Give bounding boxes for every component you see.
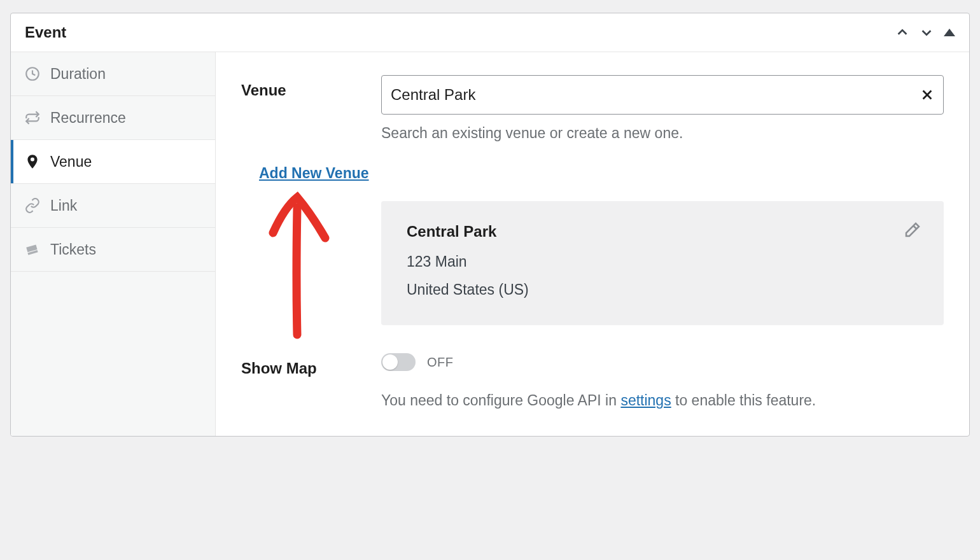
- chevron-up-icon[interactable]: [895, 25, 909, 39]
- toggle-knob: [382, 354, 398, 370]
- add-new-venue-link[interactable]: Add New Venue: [259, 165, 369, 182]
- clear-icon[interactable]: [920, 88, 934, 102]
- venue-input-wrap: [381, 75, 944, 115]
- panel-controls: [895, 25, 955, 39]
- chevron-down-icon[interactable]: [920, 25, 934, 39]
- clock-icon: [24, 65, 41, 83]
- panel-title: Event: [25, 24, 66, 41]
- panel-body: Duration Recurrence Venue Link: [11, 52, 969, 436]
- link-icon: [24, 197, 41, 214]
- tickets-icon: [24, 241, 41, 258]
- collapse-triangle-icon[interactable]: [944, 29, 955, 36]
- show-map-toggle[interactable]: [381, 353, 416, 371]
- settings-link[interactable]: settings: [620, 392, 671, 409]
- show-map-label: Show Map: [241, 353, 368, 377]
- map-note-suffix: to enable this feature.: [671, 392, 816, 409]
- event-panel: Event Duration Recurrence: [10, 13, 970, 437]
- venue-card-name: Central Park: [407, 223, 918, 241]
- venue-label: Venue: [241, 75, 368, 99]
- sidebar: Duration Recurrence Venue Link: [11, 52, 216, 436]
- venue-field-row: Venue Search an existing venue or create…: [241, 75, 944, 142]
- sidebar-item-label: Venue: [50, 153, 92, 171]
- edit-icon[interactable]: [903, 220, 922, 239]
- sidebar-item-recurrence[interactable]: Recurrence: [11, 96, 215, 140]
- sidebar-item-tickets[interactable]: Tickets: [11, 228, 215, 272]
- venue-help-text: Search an existing venue or create a new…: [381, 125, 944, 142]
- sidebar-item-label: Tickets: [50, 241, 96, 258]
- toggle-state-label: OFF: [427, 355, 454, 370]
- sidebar-item-label: Duration: [50, 66, 106, 83]
- content-area: Venue Search an existing venue or create…: [216, 52, 969, 436]
- location-pin-icon: [24, 153, 41, 171]
- repeat-icon: [24, 109, 41, 127]
- show-map-note: You need to configure Google API in sett…: [381, 389, 944, 413]
- venue-card-row: Central Park 123 Main United States (US): [241, 197, 944, 325]
- sidebar-item-venue[interactable]: Venue: [11, 140, 215, 184]
- venue-card-country: United States (US): [407, 276, 918, 304]
- sidebar-item-label: Link: [50, 197, 77, 214]
- map-note-prefix: You need to configure Google API in: [381, 392, 620, 409]
- sidebar-item-label: Recurrence: [50, 109, 126, 127]
- venue-card-address: 123 Main: [407, 248, 918, 276]
- venue-card: Central Park 123 Main United States (US): [381, 201, 944, 325]
- sidebar-item-duration[interactable]: Duration: [11, 52, 215, 96]
- sidebar-item-link[interactable]: Link: [11, 184, 215, 228]
- show-map-row: Show Map OFF You need to configure Googl…: [241, 353, 944, 413]
- show-map-toggle-wrap: OFF: [381, 353, 944, 371]
- venue-search-input[interactable]: [391, 86, 920, 104]
- panel-header: Event: [11, 13, 969, 52]
